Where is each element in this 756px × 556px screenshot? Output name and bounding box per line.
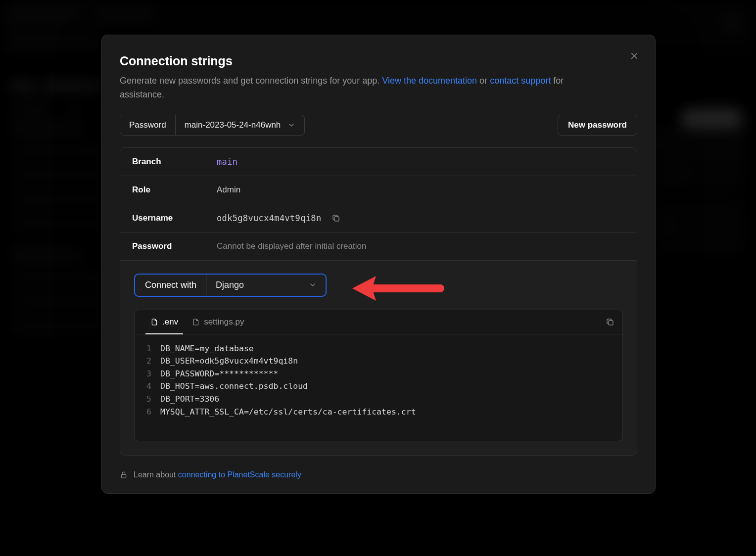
svg-rect-4 [121, 474, 126, 478]
view-documentation-link[interactable]: View the documentation [382, 76, 477, 86]
detail-row-branch: Branch main [120, 148, 637, 176]
lock-icon [120, 471, 128, 479]
secure-connection-link[interactable]: connecting to PlanetScale securely [178, 470, 301, 479]
close-icon [630, 51, 639, 62]
detail-row-username: Username odk5g8vucx4m4vt9qi8n [120, 204, 637, 232]
svg-rect-2 [334, 217, 339, 221]
connect-with-value: Django [216, 280, 244, 290]
contact-support-link[interactable]: contact support [490, 76, 551, 86]
connect-panel: Connect with Django .env [120, 261, 637, 456]
connection-details-table: Branch main Role Admin Username odk5g8vu… [120, 147, 637, 261]
connect-with-label: Connect with [135, 275, 207, 296]
code-line: 4DB_HOST=aws.connect.psdb.cloud [143, 380, 614, 393]
code-tabs: .env settings.py [135, 310, 622, 334]
password-selector-value: main-2023-05-24-n46wnh [185, 120, 281, 130]
username-value: odk5g8vucx4m4vt9qi8n [217, 204, 340, 232]
connect-with-dropdown[interactable]: Django [207, 275, 326, 296]
role-value: Admin [217, 176, 240, 204]
connection-strings-modal: Connection strings Generate new password… [101, 35, 656, 494]
svg-rect-3 [609, 321, 613, 325]
code-snippet-card: .env settings.py 1DB_NAME=my_database 2D… [134, 310, 623, 441]
file-icon [150, 318, 158, 326]
password-selector: Password main-2023-05-24-n46wnh [120, 115, 305, 136]
modal-subtitle: Generate new passwords and get connectio… [120, 74, 565, 102]
chevron-down-icon [309, 281, 317, 289]
code-line: 3DB_PASSWORD=************ [143, 368, 614, 380]
tab-env[interactable]: .env [143, 310, 185, 334]
modal-footer: Learn about connecting to PlanetScale se… [120, 470, 637, 479]
branch-value: main [217, 148, 237, 176]
password-selector-label: Password [120, 115, 176, 136]
code-line: 2DB_USER=odk5g8vucx4m4vt9qi8n [143, 355, 614, 368]
new-password-button[interactable]: New password [558, 115, 637, 136]
chevron-down-icon [287, 121, 295, 129]
detail-row-role: Role Admin [120, 176, 637, 204]
code-line: 5DB_PORT=3306 [143, 393, 614, 406]
tab-settings[interactable]: settings.py [185, 310, 251, 334]
code-line: 1DB_NAME=my_database [143, 342, 614, 355]
copy-code-button[interactable] [606, 318, 614, 326]
copy-username-button[interactable] [331, 214, 340, 223]
code-line: 6MYSQL_ATTR_SSL_CA=/etc/ssl/certs/ca-cer… [143, 406, 614, 418]
password-selector-dropdown[interactable]: main-2023-05-24-n46wnh [176, 115, 305, 136]
close-button[interactable] [627, 50, 641, 64]
password-value: Cannot be displayed after initial creati… [217, 232, 366, 260]
modal-title: Connection strings [120, 54, 637, 68]
code-body[interactable]: 1DB_NAME=my_database 2DB_USER=odk5g8vucx… [135, 334, 622, 441]
file-icon [192, 318, 200, 326]
connect-with-selector: Connect with Django [134, 274, 327, 297]
detail-row-password: Password Cannot be displayed after initi… [120, 232, 637, 260]
